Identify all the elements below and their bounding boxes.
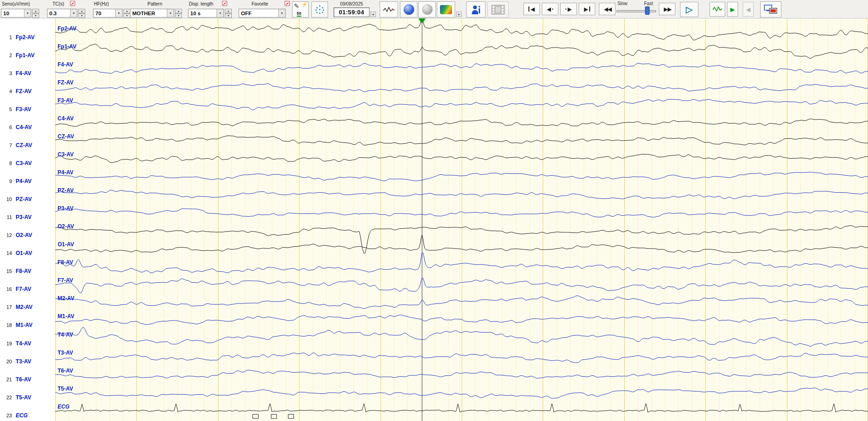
trend-waveform-button[interactable] (710, 2, 725, 17)
plot-channel-label[interactable]: M1-AV (58, 313, 74, 320)
plot-channel-label[interactable]: F7-AV (58, 277, 73, 284)
plot-channel-label[interactable]: F4-AV (58, 61, 73, 68)
plot-channel-label[interactable]: T6-AV (58, 368, 73, 374)
sensitivity-spinner[interactable]: ▲ ▼ (32, 9, 39, 18)
favorite-select[interactable]: OFF ▼ (239, 9, 286, 18)
eeg-trace-area[interactable] (55, 18, 868, 421)
step-forward-button[interactable]: • ▶ (560, 3, 577, 15)
plot-channel-label[interactable]: F3-AV (58, 97, 73, 104)
edit-icon[interactable] (70, 1, 75, 6)
plot-channel-label[interactable]: Fp2-AV (58, 25, 76, 32)
skip-to-start-button[interactable]: ◀ (523, 3, 540, 15)
channel-row[interactable]: 1Fp2-AV (0, 33, 55, 42)
plot-channel-label[interactable]: O2-AV (58, 223, 74, 230)
chevron-down-icon[interactable]: ▼ (115, 9, 122, 17)
channel-row[interactable]: 7CZ-AV (0, 141, 55, 149)
channel-row[interactable]: 2Fp1-AV (0, 51, 55, 59)
channel-row[interactable]: 9P4-AV (0, 177, 55, 185)
spin-up-icon[interactable]: ▲ (175, 9, 182, 13)
plot-channel-label[interactable]: PZ-AV (58, 187, 74, 194)
chevron-down-icon[interactable]: ▼ (167, 9, 174, 17)
spin-up-icon[interactable]: ▲ (123, 9, 130, 13)
sensitivity-select[interactable]: 10 ▼ (1, 9, 31, 18)
plot-channel-label[interactable]: M2-AV (58, 295, 74, 302)
spin-down-icon[interactable]: ▼ (225, 13, 232, 18)
channel-row[interactable]: 5F3-AV (0, 105, 55, 113)
plot-channel-label[interactable]: CZ-AV (58, 133, 74, 140)
display-length-spinner[interactable]: ▲ ▼ (225, 9, 232, 18)
high-filter-select[interactable]: 70 ▼ (93, 9, 123, 18)
chevron-down-icon[interactable]: ▼ (24, 9, 31, 17)
channel-row[interactable]: 20T3-AV (0, 357, 55, 366)
sphere-view-button[interactable] (418, 1, 436, 18)
spin-down-icon[interactable]: ▼ (123, 13, 130, 18)
plot-channel-label[interactable]: T3-AV (58, 350, 73, 356)
chevron-down-icon[interactable]: ▼ (278, 9, 285, 17)
channel-row[interactable]: 22T5-AV (0, 393, 55, 402)
pattern-spinner[interactable]: ▲ ▼ (175, 9, 182, 18)
plot-channel-label[interactable]: T4-AV (58, 332, 73, 338)
channel-row[interactable]: 3F4-AV (0, 69, 55, 77)
spin-up-icon[interactable]: ▲ (32, 9, 39, 13)
video-button[interactable] (487, 1, 509, 18)
chevron-down-icon[interactable]: ▼ (70, 9, 77, 17)
electrode-grid-button[interactable] (311, 1, 328, 18)
disabled-media-button[interactable]: ◀ (743, 2, 754, 17)
speed-slider-track[interactable] (616, 10, 656, 12)
plot-channel-label[interactable]: Fp1-AV (58, 43, 76, 50)
display-length-value: 10 s (190, 11, 200, 16)
channel-row[interactable]: 23ECG (0, 411, 55, 420)
plot-channel-label[interactable]: C3-AV (58, 151, 74, 158)
spin-up-icon[interactable]: ▲ (225, 9, 232, 13)
topography-map-button[interactable] (437, 1, 455, 18)
plot-channel-label[interactable]: F8-AV (58, 259, 73, 266)
display-length-select[interactable]: 10 s ▼ (188, 9, 224, 18)
spin-down-icon[interactable]: ▼ (78, 13, 85, 18)
skip-to-end-button[interactable]: ▶ (579, 3, 595, 15)
chevron-down-icon[interactable]: ▼ (217, 9, 223, 17)
speed-slider-handle[interactable] (645, 6, 650, 15)
channel-row[interactable]: 4FZ-AV (0, 87, 55, 95)
channel-row[interactable]: 10PZ-AV (0, 195, 55, 203)
high-filter-spinner[interactable]: ▲ ▼ (123, 9, 130, 18)
spin-down-icon[interactable]: ▼ (32, 13, 39, 18)
channel-row[interactable]: 19T4-AV (0, 339, 55, 348)
plot-channel-label[interactable]: ECG (58, 403, 70, 410)
patient-info-button[interactable] (466, 1, 486, 18)
rewind-button[interactable]: ◀ ◀ (599, 3, 616, 15)
edit-icon[interactable] (285, 1, 290, 6)
time-constant-spinner[interactable]: ▲ ▼ (78, 9, 85, 18)
step-back-button[interactable]: ◀ • (542, 3, 558, 15)
channel-row[interactable]: 17M2-AV (0, 303, 55, 311)
plot-channel-label[interactable]: P3-AV (58, 205, 73, 212)
map-menu-arrow-icon[interactable]: ▼ (456, 12, 462, 17)
time-constant-select[interactable]: 0.3 ▼ (47, 9, 77, 18)
channel-row[interactable]: 12O2-AV (0, 231, 55, 239)
notch-filter-button[interactable]: ✎ ⚡ 50 (292, 1, 309, 18)
spin-down-icon[interactable]: ▼ (175, 13, 182, 18)
waveform-view-button[interactable] (380, 1, 398, 18)
spin-up-icon[interactable]: ▲ (78, 9, 85, 13)
plot-channel-label[interactable]: C4-AV (58, 115, 74, 122)
pattern-select[interactable]: MOTHER ▼ (130, 9, 174, 18)
plot-channel-label[interactable]: P4-AV (58, 169, 73, 176)
plot-channel-label[interactable]: T5-AV (58, 385, 73, 392)
channel-row[interactable]: 8C3-AV (0, 159, 55, 167)
channel-row[interactable]: 16F7-AV (0, 285, 55, 293)
brain-map-button[interactable] (400, 1, 417, 18)
plot-channel-label[interactable]: FZ-AV (58, 79, 73, 86)
channel-row[interactable]: 18M1-AV (0, 321, 55, 329)
auto-advance-button[interactable]: ▶ (727, 2, 738, 17)
play-button[interactable]: ▷ (680, 2, 698, 17)
channel-row[interactable]: 15F8-AV (0, 267, 55, 275)
plot-channel-label[interactable]: O1-AV (58, 241, 74, 248)
channel-row[interactable]: 14O1-AV (0, 249, 55, 257)
time-menu-arrow-icon[interactable]: ▼ (370, 12, 376, 17)
channel-row[interactable]: 11P3-AV (0, 213, 55, 221)
fast-forward-button[interactable]: ▶ ▶ (659, 3, 675, 15)
channel-row[interactable]: 21T6-AV (0, 375, 55, 384)
channel-number: 7 (0, 142, 12, 148)
channel-row[interactable]: 6C4-AV (0, 123, 55, 131)
network-button[interactable] (760, 1, 781, 18)
edit-icon[interactable] (222, 1, 227, 6)
